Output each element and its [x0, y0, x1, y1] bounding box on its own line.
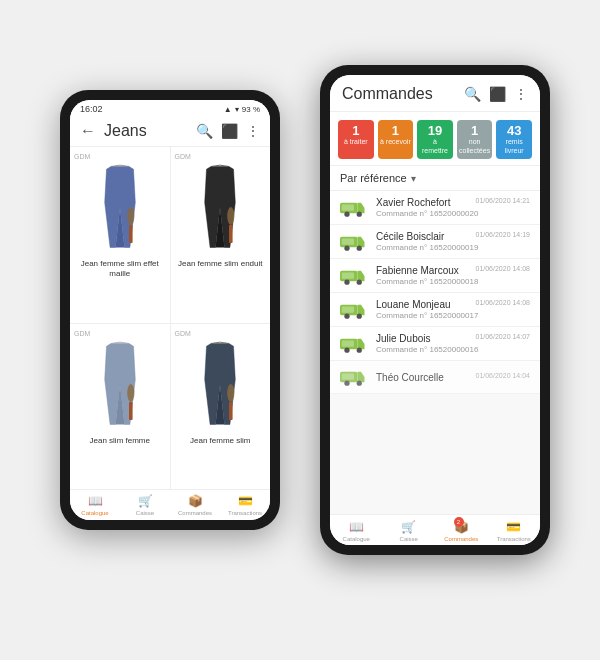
order-number-1: Commande n° 16520000019 — [376, 243, 530, 252]
search-icon-left[interactable]: 🔍 — [196, 123, 213, 139]
truck-icon-3 — [340, 300, 368, 320]
svg-point-11 — [357, 211, 362, 216]
product-item-2[interactable]: GDM Jean femme slim enduit — [171, 147, 271, 323]
svg-point-36 — [357, 381, 362, 386]
truck-icon-0 — [340, 198, 368, 218]
search-icon-right[interactable]: 🔍 — [464, 86, 481, 102]
catalogue-icon-left: 📖 — [88, 494, 103, 508]
svg-rect-27 — [342, 306, 354, 312]
order-item-1[interactable]: Cécile Boisclair 01/06/2020 14:19 Comman… — [330, 225, 540, 259]
svg-rect-7 — [229, 402, 233, 420]
truck-icon-4 — [340, 334, 368, 354]
tab-remis-livreur[interactable]: 43 remis livreur — [496, 120, 532, 159]
order-info-0: Xavier Rochefort 01/06/2020 14:21 Comman… — [376, 197, 530, 218]
svg-point-26 — [357, 313, 362, 318]
nav-transactions-label-left: Transactions — [228, 510, 262, 516]
page-title-right: Commandes — [342, 85, 464, 103]
order-date-3: 01/06/2020 14:08 — [476, 299, 531, 306]
svg-point-16 — [357, 245, 362, 250]
product-name-1: Jean femme slim effet maille — [74, 259, 166, 280]
order-item-2[interactable]: Fabienne Marcoux 01/06/2020 14:08 Comman… — [330, 259, 540, 293]
nav-transactions-left[interactable]: 💳 Transactions — [220, 490, 270, 520]
truck-icon-1 — [340, 232, 368, 252]
tab-non-collectees[interactable]: 1 non collectées — [457, 120, 493, 159]
tab-a-remettre[interactable]: 19 à remettre — [417, 120, 453, 159]
nav-catalogue-left[interactable]: 📖 Catalogue — [70, 490, 120, 520]
truck-icon-5 — [340, 367, 368, 387]
transactions-icon-right: 💳 — [506, 520, 521, 534]
product-item-1[interactable]: GDM Jean femme slim effet maille — [70, 147, 170, 323]
commandes-icon-left: 📦 — [188, 494, 203, 508]
order-name-1: Cécile Boisclair — [376, 231, 444, 242]
svg-point-0 — [127, 207, 134, 225]
phone-right: Commandes 🔍 ⬛ ⋮ 1 à traiter 1 à recevoir… — [320, 65, 550, 555]
barcode-icon-right[interactable]: ⬛ — [489, 86, 506, 102]
product-name-3: Jean slim femme — [90, 436, 150, 446]
phone-left: 16:02 ▲ ▾ 93 % ← Jeans 🔍 ⬛ ⋮ GDM — [60, 90, 280, 530]
nav-catalogue-right[interactable]: 📖 Catalogue — [330, 515, 383, 545]
order-date-0: 01/06/2020 14:21 — [476, 197, 531, 204]
chevron-down-icon: ▾ — [411, 173, 416, 184]
barcode-icon-left[interactable]: ⬛ — [221, 123, 238, 139]
order-name-2: Fabienne Marcoux — [376, 265, 459, 276]
back-button[interactable]: ← — [80, 122, 96, 140]
svg-rect-37 — [342, 374, 354, 380]
order-info-1: Cécile Boisclair 01/06/2020 14:19 Comman… — [376, 231, 530, 252]
product-grid: GDM Jean femme slim effet maille GDM — [70, 147, 270, 489]
jeans-image-3 — [92, 339, 147, 434]
order-name-0: Xavier Rochefort — [376, 197, 450, 208]
order-date-1: 01/06/2020 14:19 — [476, 231, 531, 238]
brand-3: GDM — [74, 330, 90, 337]
tab-count-4: 43 — [507, 124, 521, 137]
orders-list: Xavier Rochefort 01/06/2020 14:21 Comman… — [330, 191, 540, 514]
svg-rect-12 — [342, 204, 354, 210]
commandes-badge-right: 2 — [454, 517, 464, 527]
order-info-2: Fabienne Marcoux 01/06/2020 14:08 Comman… — [376, 265, 530, 286]
order-number-4: Commande n° 16520000016 — [376, 345, 530, 354]
svg-point-35 — [344, 381, 349, 386]
status-bar-left: 16:02 ▲ ▾ 93 % — [70, 100, 270, 116]
status-icons-left: ▲ ▾ 93 % — [224, 105, 260, 114]
sort-label: Par référence — [340, 172, 407, 184]
product-item-3[interactable]: GDM Jean slim femme — [70, 324, 170, 489]
order-item-3[interactable]: Louane Monjeau 01/06/2020 14:08 Commande… — [330, 293, 540, 327]
jeans-image-1 — [92, 162, 147, 257]
nav-caisse-label-right: Caisse — [400, 536, 418, 542]
brand-4: GDM — [175, 330, 191, 337]
svg-point-10 — [344, 211, 349, 216]
nav-transactions-label-right: Transactions — [497, 536, 531, 542]
svg-rect-17 — [342, 238, 354, 244]
nav-caisse-right[interactable]: 🛒 Caisse — [383, 515, 436, 545]
nav-commandes-right[interactable]: 📦 2 Commandes — [435, 515, 488, 545]
svg-rect-3 — [229, 225, 233, 243]
tab-a-traiter[interactable]: 1 à traiter — [338, 120, 374, 159]
product-name-2: Jean femme slim enduit — [178, 259, 262, 269]
tab-label-1: à recevoir — [380, 137, 411, 146]
svg-point-2 — [227, 207, 234, 225]
tab-count-2: 19 — [428, 124, 442, 137]
tab-a-recevoir[interactable]: 1 à recevoir — [378, 120, 414, 159]
brand-1: GDM — [74, 153, 90, 160]
bottom-nav-right: 📖 Catalogue 🛒 Caisse 📦 2 Commandes 💳 Tra… — [330, 514, 540, 545]
tab-count-1: 1 — [392, 124, 399, 137]
svg-point-4 — [127, 384, 134, 402]
more-icon-left[interactable]: ⋮ — [246, 123, 260, 139]
nav-catalogue-label-right: Catalogue — [343, 536, 370, 542]
order-item-4[interactable]: Julie Dubois 01/06/2020 14:07 Commande n… — [330, 327, 540, 361]
order-number-3: Commande n° 16520000017 — [376, 311, 530, 320]
tab-count-3: 1 — [471, 124, 478, 137]
product-item-4[interactable]: GDM Jean femme slim — [171, 324, 271, 489]
svg-point-6 — [227, 384, 234, 402]
nav-commandes-label-right: Commandes — [444, 536, 478, 542]
order-date-2: 01/06/2020 14:08 — [476, 265, 531, 272]
nav-caisse-left[interactable]: 🛒 Caisse — [120, 490, 170, 520]
nav-commandes-left[interactable]: 📦 Commandes — [170, 490, 220, 520]
order-info-4: Julie Dubois 01/06/2020 14:07 Commande n… — [376, 333, 530, 354]
signal-icon: ▲ — [224, 105, 232, 114]
svg-point-30 — [344, 347, 349, 352]
order-item-0[interactable]: Xavier Rochefort 01/06/2020 14:21 Comman… — [330, 191, 540, 225]
order-item-5[interactable]: Théo Courcelle 01/06/2020 14:04 — [330, 361, 540, 394]
nav-transactions-right[interactable]: 💳 Transactions — [488, 515, 541, 545]
more-icon-right[interactable]: ⋮ — [514, 86, 528, 102]
sort-bar[interactable]: Par référence ▾ — [330, 166, 540, 191]
